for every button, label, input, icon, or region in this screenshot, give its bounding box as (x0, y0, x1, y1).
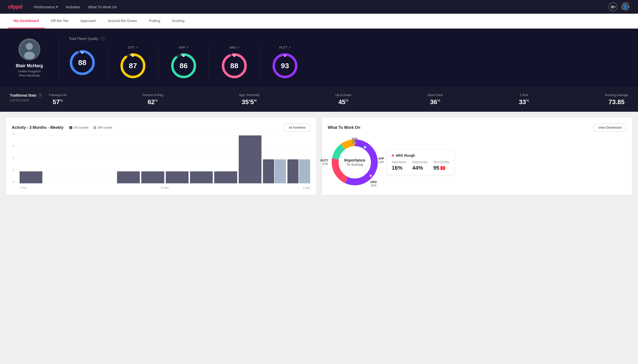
bar-group-2 (68, 136, 91, 183)
bar-on-course-4 (117, 171, 140, 183)
what-to-work-on-panel: What To Work On View Dashboard (322, 118, 632, 195)
bar-on-course-8 (214, 171, 237, 183)
chart-legend: On course Off course (69, 126, 112, 129)
svg-point-5 (81, 51, 84, 54)
trend-arrow-arg: ↗ (237, 46, 240, 49)
seg-label-app: APP 12% (378, 157, 384, 164)
bar-group-7 (190, 136, 213, 183)
stat-greens-in-reg: Greens In Reg 62% (142, 93, 163, 106)
nav-performance[interactable]: Performance ▾ (34, 5, 58, 9)
seg-label-putt: PUTT 57% (320, 159, 328, 166)
score-total: 88 (69, 49, 108, 76)
quality-section: Total Player Quality ? 88 (69, 36, 628, 79)
trend-arrow-app: ↗ (186, 46, 188, 49)
bar-on-course-10 (263, 160, 274, 183)
info-metrics: Importance 16% Opportunity 44% Shot Qual… (392, 160, 449, 171)
score-putt: PUTT ↗ 93 (260, 46, 310, 79)
divider (59, 36, 59, 79)
ring-app: 86 (170, 52, 197, 79)
metric-importance: Importance 16% (392, 160, 406, 171)
player-handicap: Plus Handicap (19, 74, 40, 77)
stats-sublabel: Last 20 rounds (10, 98, 49, 102)
bar-chart: 4 3 2 1 0 7 Feb 28 Mar 9 May (12, 136, 310, 189)
bar-off-course-11 (299, 160, 310, 183)
svg-point-1 (26, 43, 33, 50)
metric-opportunity: Opportunity 44% (412, 160, 428, 171)
seg-label-arg: ARG 21% (370, 180, 377, 187)
bar-group-3 (93, 136, 115, 183)
bar-group-8 (214, 136, 237, 183)
ring-putt: 93 (272, 52, 298, 79)
donut-center: Importance To Scoring (344, 158, 365, 166)
bar-group-10 (263, 136, 286, 183)
bar-group-11 (287, 136, 310, 183)
top-nav: clippd Performance ▾ Activities What To … (0, 0, 638, 14)
score-ott: OTT ↗ 87 (108, 46, 158, 79)
stat-up-and-down: Up & Down 45% (335, 93, 352, 106)
svg-point-14 (233, 54, 236, 57)
bar-on-course-6 (166, 171, 188, 183)
player-name: Blair McHarg (16, 63, 43, 68)
wtwo-title: What To Work On (328, 126, 360, 130)
ring-ott: 87 (119, 52, 146, 79)
seg-label-ott: OTT 10% (352, 138, 358, 144)
stats-label-group: Traditional Stats ? Last 20 rounds (10, 93, 49, 102)
tab-putting[interactable]: Putting (143, 14, 166, 28)
bar-on-course-0 (20, 171, 42, 183)
view-dashboard-button[interactable]: View Dashboard (594, 124, 626, 132)
svg-point-8 (132, 54, 134, 57)
metric-shot-quality: Shot Quality 95 ▼ (433, 160, 449, 171)
help-icon[interactable]: ? (100, 36, 105, 41)
x-axis: 7 Feb 28 Mar 9 May (20, 186, 310, 189)
trend-arrow-ott: ↗ (136, 46, 138, 49)
bars-area (20, 136, 310, 183)
add-button[interactable]: ⊕ ▾ (609, 2, 617, 11)
bar-on-course-11 (287, 160, 299, 183)
donut-chart: Importance To Scoring OTT 10% APP 12% AR… (328, 136, 382, 189)
logo: clippd (8, 4, 22, 10)
player-info: Blair McHarg United Kingdom Plus Handica… (10, 38, 49, 77)
ring-total: 88 (69, 49, 96, 76)
stats-items: Fairways Hit 57% Greens In Reg 62% App. … (49, 93, 628, 106)
bar-group-1 (44, 136, 67, 183)
legend-off-course: Off course (93, 126, 112, 129)
nav-what-to-work-on[interactable]: What To Work On (88, 5, 117, 9)
ring-arg: 88 (221, 52, 248, 79)
stat-fairways-hit: Fairways Hit 57% (49, 93, 67, 106)
avatar-button[interactable]: 👤 ▾ (621, 2, 630, 11)
all-activities-button[interactable]: All Activities (284, 124, 310, 132)
bar-group-0 (20, 136, 42, 183)
tab-around-the-green[interactable]: Around the Green (102, 14, 143, 28)
bar-group-4 (117, 136, 140, 183)
bar-on-course-9 (239, 136, 262, 183)
score-app: APP ↗ 86 (158, 46, 209, 79)
bar-off-course-10 (275, 160, 286, 183)
activity-title: Activity - 3 Months - Weekly (12, 126, 63, 130)
avatar (18, 38, 40, 60)
quality-title: Total Player Quality ? (69, 36, 628, 41)
tabs-bar: My Dashboard Off the Tee Approach Around… (0, 14, 638, 28)
chevron-down-icon: ▾ (56, 5, 58, 9)
tab-approach[interactable]: Approach (74, 14, 102, 28)
bottom-panels: Activity - 3 Months - Weekly On course O… (0, 112, 638, 201)
svg-point-17 (284, 54, 286, 57)
bar-group-5 (141, 136, 164, 183)
score-value-app: 86 (179, 62, 187, 70)
legend-dot-on-course (69, 126, 72, 129)
legend-dot-off-course (93, 126, 96, 129)
score-value-ott: 87 (129, 62, 137, 70)
trend-arrow-putt: ↗ (288, 46, 291, 49)
score-arg: ARG ↗ 88 (209, 46, 260, 79)
tab-scoring[interactable]: Scoring (166, 14, 190, 28)
stats-help-icon[interactable]: ? (38, 93, 42, 98)
nav-activities[interactable]: Activities (66, 5, 80, 9)
activity-panel: Activity - 3 Months - Weekly On course O… (6, 118, 316, 195)
tab-off-the-tee[interactable]: Off the Tee (45, 14, 74, 28)
tab-my-dashboard[interactable]: My Dashboard (8, 14, 45, 28)
hero-section: Blair McHarg United Kingdom Plus Handica… (0, 28, 638, 87)
bar-on-course-7 (190, 171, 213, 183)
svg-point-24 (364, 146, 366, 148)
score-value-arg: 88 (230, 62, 238, 70)
bar-group-6 (166, 136, 188, 183)
stat-sand-save: Sand Save 36% (428, 93, 443, 106)
